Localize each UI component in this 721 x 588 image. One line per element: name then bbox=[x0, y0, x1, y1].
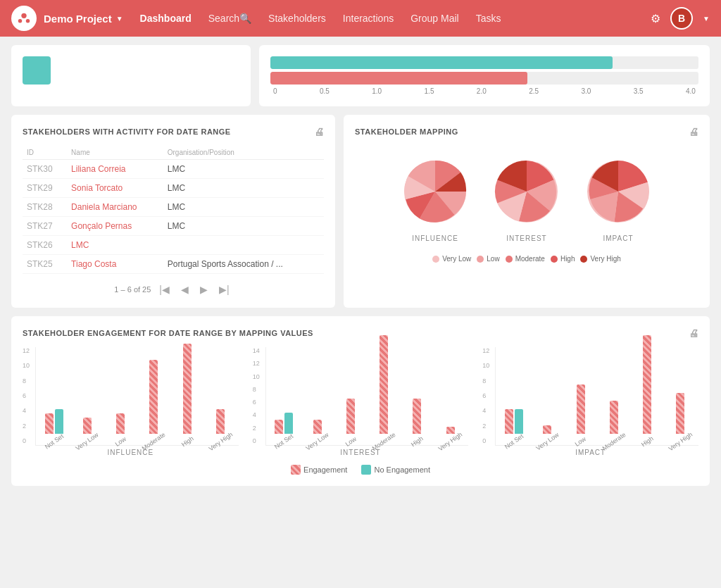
bar-engagement bbox=[577, 384, 585, 434]
stk-id: STK28 bbox=[23, 198, 67, 217]
bar-group-5: Very High bbox=[665, 393, 696, 445]
project-chevron-icon[interactable]: ▼ bbox=[116, 15, 123, 23]
pagination-next[interactable]: ▶ bbox=[197, 282, 211, 296]
bar-x-label: High bbox=[640, 435, 655, 449]
col-id: ID bbox=[23, 146, 67, 160]
main-content: 00.51.01.52.02.53.03.54.0 STAKEHOLDERS W… bbox=[0, 37, 721, 494]
pagination-info: 1 – 6 of 25 bbox=[114, 285, 151, 294]
svg-point-0 bbox=[21, 13, 26, 18]
table-row: STK25 Tiago Costa Portugal Sports Assoca… bbox=[23, 255, 324, 274]
engagement-chart-interest: 02468101214 Not Set V bbox=[253, 347, 469, 456]
engagement-print-icon[interactable]: 🖨 bbox=[689, 327, 699, 339]
middle-row: STAKEHOLDERS WITH ACTIVITY FOR DATE RANG… bbox=[11, 115, 710, 308]
stk-name-link[interactable]: Tiago Costa bbox=[71, 259, 116, 269]
bar-engagement bbox=[543, 425, 551, 434]
stk-id: STK29 bbox=[23, 179, 67, 198]
engagement-chart-impact: 024681012 Not Set Ver bbox=[482, 347, 698, 456]
stk-name-cell: LMC bbox=[67, 236, 163, 255]
bar-engagement bbox=[83, 418, 92, 434]
engagement-chart-label: IMPACT bbox=[482, 449, 698, 456]
pie-impact-chart bbox=[579, 153, 657, 230]
bar-group-4: High bbox=[172, 344, 202, 445]
engagement-card-title: STAKEHOLDER ENGAGEMENT FOR DATE RANGE BY… bbox=[23, 327, 698, 339]
nav-group-mail[interactable]: Group Mail bbox=[410, 13, 458, 24]
bar-x-label: Not Set bbox=[503, 432, 525, 450]
navbar-right: ⚙ B ▼ bbox=[651, 7, 710, 30]
engagement-card: STAKEHOLDER ENGAGEMENT FOR DATE RANGE BY… bbox=[11, 316, 710, 486]
bars-area: Not Set Very Low Low bbox=[35, 347, 239, 446]
mapping-print-icon[interactable]: 🖨 bbox=[689, 126, 699, 137]
stakeholders-table: ID Name Organisation/Position STK30 Lili… bbox=[23, 146, 324, 274]
y-axis: 024681012 bbox=[482, 347, 495, 446]
bar-no-engagement bbox=[515, 409, 523, 434]
stk-name-link[interactable]: Gonçalo Pernas bbox=[71, 221, 132, 231]
pie-influence-label: INFLUENCE bbox=[412, 234, 458, 242]
table-row: STK29 Sonia Torcato LMC bbox=[23, 179, 324, 198]
bars-area: Not Set Very Low Low bbox=[265, 347, 469, 446]
bar-x-label: High bbox=[180, 435, 194, 449]
pie-impact-label: IMPACT bbox=[603, 234, 633, 242]
engagement-charts: 024681012 Not Set Ver bbox=[23, 347, 698, 456]
stk-org bbox=[163, 236, 324, 255]
top-strip: 00.51.01.52.02.53.03.54.0 bbox=[11, 45, 710, 106]
bar-no-engagement bbox=[55, 409, 63, 434]
nav-search[interactable]: Search🔍 bbox=[208, 13, 251, 24]
bar-engagement bbox=[313, 420, 322, 434]
bar-engagement bbox=[413, 399, 421, 434]
stakeholders-print-icon[interactable]: 🖨 bbox=[314, 126, 325, 137]
top-chart-card: 00.51.01.52.02.53.03.54.0 bbox=[259, 45, 710, 106]
bar-x-label: Not Set bbox=[43, 432, 64, 450]
nav-dashboard[interactable]: Dashboard bbox=[140, 13, 192, 24]
bar-group-1: Very Low bbox=[532, 425, 563, 445]
bar-engagement bbox=[45, 413, 54, 434]
pagination: 1 – 6 of 25 |◀ ◀ ▶ ▶| bbox=[23, 282, 324, 296]
stk-name-cell: Sonia Torcato bbox=[67, 179, 163, 198]
svg-point-1 bbox=[18, 19, 23, 23]
nav-tasks[interactable]: Tasks bbox=[476, 13, 501, 24]
stk-id: STK30 bbox=[23, 160, 67, 179]
bar-group-0: Not Set bbox=[39, 409, 69, 445]
avatar[interactable]: B bbox=[670, 7, 693, 30]
navbar: Demo Project ▼ Dashboard Search🔍 Stakeho… bbox=[0, 0, 721, 37]
bar-x-label: Low bbox=[114, 435, 127, 448]
bar-x-label: Low bbox=[344, 435, 357, 448]
pagination-first[interactable]: |◀ bbox=[156, 282, 173, 296]
stk-org: LMC bbox=[163, 217, 324, 236]
top-left-card bbox=[11, 45, 251, 106]
pie-influence: INFLUENCE bbox=[396, 153, 474, 242]
stk-name-link[interactable]: Sonia Torcato bbox=[71, 183, 123, 193]
stk-name-link[interactable]: Liliana Correia bbox=[71, 164, 125, 174]
pie-interest: INTEREST bbox=[488, 153, 565, 242]
bar-x-label: Low bbox=[574, 435, 587, 448]
table-row: STK26 LMC bbox=[23, 236, 324, 255]
stk-id: STK27 bbox=[23, 217, 67, 236]
user-chevron-icon[interactable]: ▼ bbox=[703, 15, 710, 23]
nav-interactions[interactable]: Interactions bbox=[343, 13, 394, 24]
pie-impact: IMPACT bbox=[579, 153, 657, 242]
bar-group-2: Low bbox=[565, 384, 596, 445]
bar-engagement bbox=[275, 420, 283, 434]
stk-org: Portugal Sports Assocation / ... bbox=[163, 255, 324, 274]
pagination-last[interactable]: ▶| bbox=[216, 282, 232, 296]
settings-icon[interactable]: ⚙ bbox=[651, 12, 660, 25]
bar-group-1: Very Low bbox=[72, 418, 102, 445]
pie-charts-row: INFLUENCE INTEREST bbox=[355, 146, 698, 249]
stk-name-link[interactable]: Daniela Marciano bbox=[71, 202, 137, 212]
bar-engagement bbox=[643, 335, 651, 434]
nav-stakeholders[interactable]: Stakeholders bbox=[268, 13, 326, 24]
project-name[interactable]: Demo Project bbox=[44, 13, 112, 25]
top-bar-chart: 00.51.01.52.02.53.03.54.0 bbox=[270, 56, 698, 95]
engagement-chart-label: INFLUENCE bbox=[23, 449, 239, 456]
col-name: Name bbox=[67, 146, 163, 160]
engagement-chart-label: INTEREST bbox=[253, 449, 469, 456]
bars-area: Not Set Very Low Low bbox=[495, 347, 698, 446]
table-row: STK28 Daniela Marciano LMC bbox=[23, 198, 324, 217]
logo bbox=[11, 6, 37, 31]
pagination-prev[interactable]: ◀ bbox=[178, 282, 192, 296]
stk-name-link[interactable]: LMC bbox=[71, 240, 89, 250]
bar-group-5: Very High bbox=[435, 427, 465, 445]
svg-point-2 bbox=[26, 19, 30, 23]
bar-group-4: High bbox=[632, 335, 662, 445]
stakeholders-card: STAKEHOLDERS WITH ACTIVITY FOR DATE RANG… bbox=[11, 115, 335, 308]
bar-group-0: Not Set bbox=[269, 413, 299, 445]
